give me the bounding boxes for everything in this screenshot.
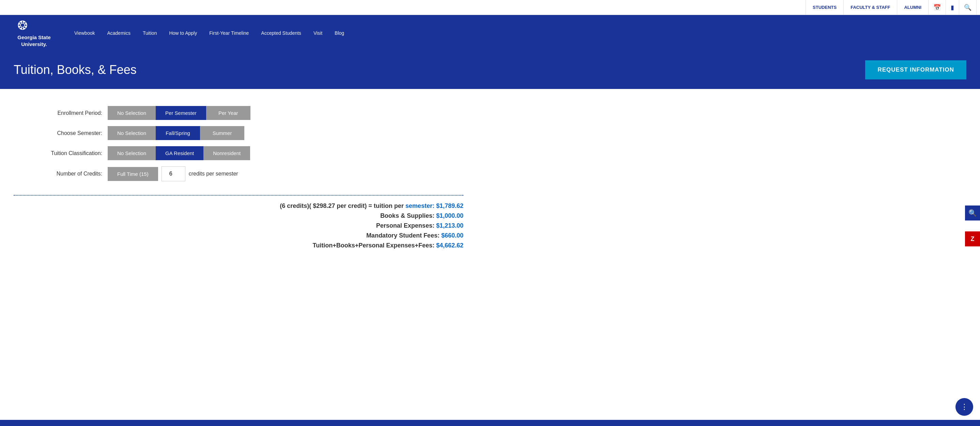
- nav-how-to-apply[interactable]: How to Apply: [163, 23, 203, 43]
- formula-value: $1,789.62: [436, 202, 463, 209]
- semester-summer-button[interactable]: Summer: [200, 126, 244, 140]
- fees-value: $660.00: [441, 232, 463, 239]
- semester-group: No Selection Fall/Spring Summer: [108, 126, 244, 140]
- books-supplies-line: Books & Supplies: $1,000.00: [14, 212, 463, 219]
- right-z-widget[interactable]: Z: [965, 231, 980, 246]
- tuition-formula-line: (6 credits)( $298.27 per credit) = tuiti…: [14, 202, 463, 210]
- header: ❂ Georgia StateUniversity. Viewbook Acad…: [0, 15, 980, 51]
- books-value: $1,000.00: [436, 212, 463, 219]
- result-separator: [14, 195, 463, 196]
- personal-label: Personal Expenses:: [376, 222, 434, 229]
- request-information-button[interactable]: REQUEST INFORMATION: [865, 60, 966, 79]
- classification-no-selection-button[interactable]: No Selection: [108, 146, 156, 160]
- main-navigation: Viewbook Academics Tuition How to Apply …: [68, 15, 980, 51]
- nav-tuition[interactable]: Tuition: [137, 23, 163, 43]
- enrollment-period-row: Enrollment Period: No Selection Per Seme…: [14, 106, 463, 120]
- page-title: Tuition, Books, & Fees: [14, 63, 137, 77]
- university-logo-icon: ❂: [18, 18, 51, 33]
- fees-label: Mandatory Student Fees:: [366, 232, 439, 239]
- semester-fall-spring-button[interactable]: Fall/Spring: [156, 126, 200, 140]
- classification-nonresident-button[interactable]: Nonresident: [204, 146, 250, 160]
- total-line: Tuition+Books+Personal Expenses+Fees: $4…: [14, 242, 463, 249]
- enrollment-period-label: Enrollment Period:: [14, 110, 102, 116]
- enrollment-period-group: No Selection Per Semester Per Year: [108, 106, 250, 120]
- nav-viewbook[interactable]: Viewbook: [68, 23, 101, 43]
- students-link[interactable]: STUDENTS: [805, 0, 844, 15]
- enrollment-no-selection-button[interactable]: No Selection: [108, 106, 156, 120]
- enrollment-per-year-button[interactable]: Per Year: [206, 106, 250, 120]
- semester-no-selection-button[interactable]: No Selection: [108, 126, 156, 140]
- classification-ga-resident-button[interactable]: GA Resident: [156, 146, 204, 160]
- search-icon[interactable]: 🔍: [959, 0, 977, 15]
- enrollment-per-semester-button[interactable]: Per Semester: [156, 106, 206, 120]
- content-area: Enrollment Period: No Selection Per Seme…: [0, 89, 477, 269]
- nav-blog[interactable]: Blog: [328, 23, 350, 43]
- alumni-link[interactable]: ALUMNI: [897, 0, 929, 15]
- page-title-bar: Tuition, Books, & Fees REQUEST INFORMATI…: [0, 51, 980, 89]
- total-value: $4,662.62: [436, 242, 463, 249]
- formula-text: (6 credits)( $298.27 per credit) = tuiti…: [280, 202, 404, 209]
- number-of-credits-label: Number of Credits:: [14, 171, 102, 177]
- nav-first-year-timeline[interactable]: First-Year Timeline: [203, 23, 255, 43]
- choose-semester-row: Choose Semester: No Selection Fall/Sprin…: [14, 126, 463, 140]
- credits-suffix-label: credits per semester: [189, 171, 238, 177]
- personal-expenses-line: Personal Expenses: $1,213.00: [14, 222, 463, 229]
- results-section: (6 credits)( $298.27 per credit) = tuiti…: [14, 202, 463, 249]
- university-name: Georgia StateUniversity.: [18, 34, 51, 48]
- faculty-staff-link[interactable]: FACULTY & STAFF: [844, 0, 897, 15]
- nav-accepted-students[interactable]: Accepted Students: [255, 23, 307, 43]
- logo-area[interactable]: ❂ Georgia StateUniversity.: [0, 15, 68, 51]
- fulltime-button[interactable]: Full Time (15): [108, 167, 158, 181]
- credits-input[interactable]: [162, 166, 185, 181]
- books-label: Books & Supplies:: [380, 212, 434, 219]
- mandatory-fees-line: Mandatory Student Fees: $660.00: [14, 232, 463, 239]
- calendar-icon[interactable]: 📅: [929, 0, 946, 15]
- utility-bar: STUDENTS FACULTY & STAFF ALUMNI 📅 ▮ 🔍: [0, 0, 980, 15]
- tuition-calculator: Enrollment Period: No Selection Per Seme…: [14, 106, 463, 181]
- choose-semester-label: Choose Semester:: [14, 130, 102, 136]
- nav-visit[interactable]: Visit: [307, 23, 328, 43]
- tuition-classification-label: Tuition Classification:: [14, 150, 102, 156]
- formula-semester-highlight: semester:: [406, 202, 434, 209]
- number-of-credits-row: Number of Credits: Full Time (15) credit…: [14, 166, 463, 181]
- total-label: Tuition+Books+Personal Expenses+Fees:: [313, 242, 434, 249]
- classification-group: No Selection GA Resident Nonresident: [108, 146, 250, 160]
- bookmark-icon[interactable]: ▮: [946, 0, 959, 15]
- nav-academics[interactable]: Academics: [101, 23, 136, 43]
- personal-value: $1,213.00: [436, 222, 463, 229]
- tuition-classification-row: Tuition Classification: No Selection GA …: [14, 146, 463, 160]
- right-search-widget[interactable]: 🔍: [965, 205, 980, 221]
- credits-input-wrapper: Full Time (15) credits per semester: [108, 166, 238, 181]
